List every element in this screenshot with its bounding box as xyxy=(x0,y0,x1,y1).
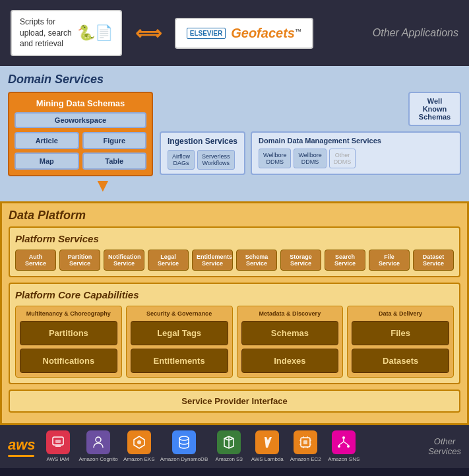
multitenancy-group: Multitenancy & Choreography Partitions N… xyxy=(15,306,122,378)
trademark-symbol: ™ xyxy=(295,27,301,34)
domain-section: Domain Services Mining Data Schemas Geow… xyxy=(0,66,469,201)
aws-iam-icon[interactable] xyxy=(46,430,70,454)
amazon-s3-icon[interactable] xyxy=(217,430,241,454)
domain-data-management-box: Domain Data Management Services Wellbore… xyxy=(251,131,461,175)
security-title: Security & Governance xyxy=(131,310,228,317)
files-btn[interactable]: Files xyxy=(352,321,449,345)
amazon-s3-item: Amazon S3 xyxy=(212,430,246,463)
scripts-box: Scripts for upload, search and retrieval… xyxy=(11,10,122,56)
aws-services-list: AWS IAM Amazon Cognito Amazon EKS Amazon… xyxy=(41,430,421,463)
serverless-item[interactable]: ServerlessWorkflows xyxy=(197,150,235,170)
partitions-btn[interactable]: Partitions xyxy=(20,321,117,345)
metadata-title: Metadata & Discovery xyxy=(241,310,339,317)
legal-tags-btn[interactable]: Legal Tags xyxy=(131,321,228,345)
schema-service[interactable]: SchemaService xyxy=(236,250,277,271)
aws-section: aws AWS IAM Amazon Cognito Amazon xyxy=(0,425,469,468)
amazon-sns-item: Amazon SNS xyxy=(327,430,361,463)
amazon-dynamodb-label: Amazon DynamoDB xyxy=(160,456,208,463)
schemas-btn[interactable]: Schemas xyxy=(241,321,339,345)
core-capabilities-grid: Multitenancy & Choreography Partitions N… xyxy=(15,306,454,378)
mining-grid: Article Figure Map Table xyxy=(15,132,146,170)
security-group: Security & Governance Legal Tags Entitle… xyxy=(126,306,233,378)
aws-lambda-label: AWS Lambda xyxy=(251,456,284,463)
aws-iam-label: AWS IAM xyxy=(46,456,69,463)
data-platform-title: Data Platform xyxy=(9,209,460,222)
bidirectional-arrow: ⟺ xyxy=(135,22,162,44)
auth-service[interactable]: AuthService xyxy=(15,250,56,271)
arrow-section: ▼ xyxy=(8,176,461,195)
amazon-dynamodb-item: Amazon DynamoDB xyxy=(160,430,208,463)
amazon-cognito-item: Amazon Cognito xyxy=(79,430,118,463)
platform-services-box: Platform Services AuthService PartitionS… xyxy=(9,226,460,277)
ingestion-title: Ingestion Services xyxy=(168,137,237,146)
elsevier-logo: ELSEVIER xyxy=(187,28,226,39)
svg-rect-1 xyxy=(55,440,61,443)
article-item[interactable]: Article xyxy=(15,132,79,149)
ingestion-services-box: Ingestion Services AirflowDAGs Serverles… xyxy=(160,131,245,175)
geofacets-text: Geofacets xyxy=(231,26,295,40)
amazon-eks-item: Amazon EKS xyxy=(122,430,156,463)
down-arrow: ▼ xyxy=(94,176,112,195)
amazon-ec2-icon[interactable] xyxy=(294,430,317,454)
other-apps-label: Other Applications xyxy=(373,27,458,39)
svg-point-5 xyxy=(179,436,189,440)
svg-rect-7 xyxy=(303,440,307,444)
amazon-sns-label: Amazon SNS xyxy=(328,456,360,463)
mining-title: Mining Data Schemas xyxy=(15,98,146,108)
domain-section-title: Domain Services xyxy=(8,73,461,86)
svg-point-2 xyxy=(96,437,101,442)
dataset-service[interactable]: DatasetService xyxy=(413,250,454,271)
data-platform-section: Data Platform Platform Services AuthServ… xyxy=(0,201,469,425)
scripts-text: Scripts for upload, search and retrieval xyxy=(20,17,72,50)
domain-data-items: WellboreDDMS WellboreDDMS OtherDDMS xyxy=(259,149,453,168)
ingestion-items: AirflowDAGs ServerlessWorkflows xyxy=(168,150,237,170)
amazon-sns-icon[interactable] xyxy=(332,430,356,454)
notifications-btn[interactable]: Notifications xyxy=(20,349,117,373)
svg-point-4 xyxy=(137,440,141,444)
aws-lambda-item: AWS Lambda xyxy=(250,430,284,463)
wellbore-ddms-1[interactable]: WellboreDDMS xyxy=(259,149,291,168)
data-delivery-title: Data & Delivery xyxy=(352,310,449,317)
map-item[interactable]: Map xyxy=(15,153,79,170)
python-icon: 🐍📄 xyxy=(77,24,113,42)
amazon-cognito-label: Amazon Cognito xyxy=(79,456,118,463)
svg-point-10 xyxy=(347,445,350,448)
search-service[interactable]: SearchService xyxy=(325,250,365,271)
other-services-label: OtherServices xyxy=(428,436,461,456)
well-known-schemas-box: WellKnownSchemas xyxy=(408,92,461,126)
geofacets-box: ELSEVIER Geofacets™ xyxy=(175,18,313,49)
domain-data-title: Domain Data Management Services xyxy=(259,137,453,145)
legal-service[interactable]: LegalService xyxy=(148,250,189,271)
svg-point-8 xyxy=(342,436,345,439)
aws-logo-text: aws xyxy=(8,436,36,454)
main-container: Scripts for upload, search and retrieval… xyxy=(0,0,469,468)
entitlements-service[interactable]: EntitlementsService xyxy=(192,250,233,271)
entitlements-btn[interactable]: Entitlements xyxy=(131,349,228,373)
notification-service[interactable]: NotificationService xyxy=(104,250,144,271)
geoworkspace-btn[interactable]: Geoworkspace xyxy=(15,112,146,128)
services-grid: AuthService PartitionService Notificatio… xyxy=(15,250,454,271)
airflow-item[interactable]: AirflowDAGs xyxy=(168,150,195,170)
amazon-eks-icon[interactable] xyxy=(127,430,151,454)
mining-schemas-box: Mining Data Schemas Geoworkspace Article… xyxy=(8,92,153,176)
amazon-cognito-icon[interactable] xyxy=(86,430,110,454)
data-delivery-group: Data & Delivery Files Datasets xyxy=(347,306,454,378)
aws-lambda-icon[interactable] xyxy=(255,430,279,454)
metadata-group: Metadata & Discovery Schemas Indexes xyxy=(237,306,344,378)
amazon-dynamodb-icon[interactable] xyxy=(172,430,196,454)
aws-logo: aws xyxy=(8,436,36,457)
figure-item[interactable]: Figure xyxy=(82,132,147,149)
storage-service[interactable]: StorageService xyxy=(280,250,321,271)
datasets-btn[interactable]: Datasets xyxy=(352,349,449,373)
aws-iam-item: AWS IAM xyxy=(41,430,75,463)
multitenancy-title: Multitenancy & Choreography xyxy=(20,310,117,317)
amazon-s3-label: Amazon S3 xyxy=(216,456,243,463)
platform-core-title: Platform Core Capabilities xyxy=(15,289,454,300)
partition-service[interactable]: PartitionService xyxy=(59,250,100,271)
table-item[interactable]: Table xyxy=(82,153,147,170)
wellbore-ddms-2[interactable]: WellboreDDMS xyxy=(294,149,326,168)
file-service[interactable]: FileService xyxy=(369,250,410,271)
other-ddms: OtherDDMS xyxy=(329,149,356,168)
ingestion-row: Ingestion Services AirflowDAGs Serverles… xyxy=(160,131,461,175)
indexes-btn[interactable]: Indexes xyxy=(241,349,339,373)
